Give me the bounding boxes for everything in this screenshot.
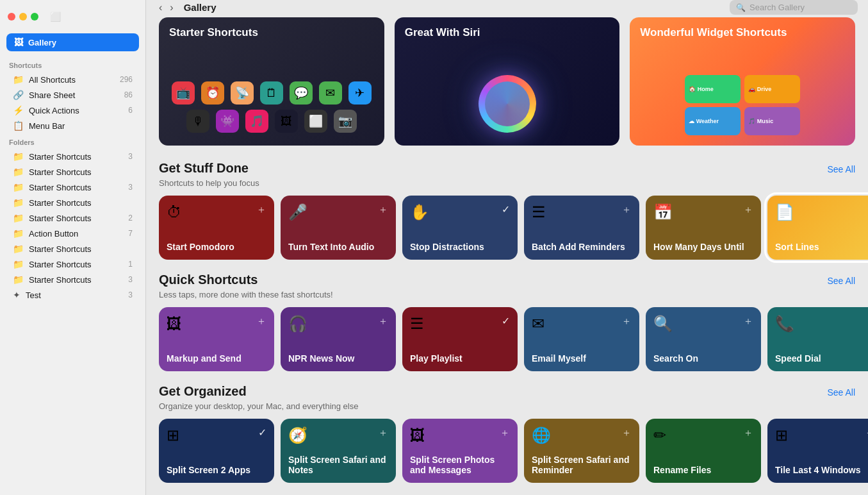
card-label: Rename Files <box>653 465 753 475</box>
maximize-button[interactable] <box>31 13 38 21</box>
minimize-button[interactable] <box>19 13 27 21</box>
gallery-button[interactable]: 🖼 Gallery <box>6 33 139 51</box>
pomodoro-icon: ⏱ <box>167 203 182 221</box>
hero-starter-title: Starter Shortcuts <box>169 26 258 39</box>
sidebar-folder-2[interactable]: 📁 Starter Shortcuts 3 <box>4 180 142 195</box>
sidebar-folder-8[interactable]: 📁 Starter Shortcuts 3 <box>4 272 142 287</box>
card-search-on[interactable]: 🔍 ＋ Search On <box>646 307 761 371</box>
card-label: Tile Last 4 Windows <box>775 465 868 475</box>
share-sheet-count: 86 <box>124 90 133 99</box>
safari-icon: 🧭 <box>288 426 307 444</box>
siri-inner <box>485 81 530 126</box>
card-top: ☰ ✓ <box>410 315 510 333</box>
app-icon: 📷 <box>334 110 357 133</box>
sidebar-folder-7[interactable]: 📁 Starter Shortcuts 1 <box>4 256 142 272</box>
sidebar-folder-action-button[interactable]: 📁 Action Button 7 <box>4 226 142 241</box>
see-all-get-stuff-done[interactable]: See All <box>827 164 855 174</box>
sidebar-folder-4[interactable]: 📁 Starter Shortcuts 2 <box>4 210 142 226</box>
sidebar-item-menu-bar[interactable]: 📋 Menu Bar <box>4 118 142 133</box>
gallery-label: Gallery <box>28 38 56 47</box>
card-speed-dial[interactable]: 📞 ✓ Speed Dial <box>767 307 868 371</box>
folder-count: 3 <box>128 152 133 161</box>
hero-siri-title: Great With Siri <box>405 26 480 39</box>
card-label: Batch Add Reminders <box>532 242 632 252</box>
get-organized-cards: ⊞ ✓ Split Screen 2 Apps 🧭 ＋ Split Screen… <box>159 419 855 483</box>
card-stop-distractions[interactable]: ✋ ✓ Stop Distractions <box>402 196 518 260</box>
sidebar-item-all-shortcuts[interactable]: 📁 All Shortcuts 296 <box>4 72 142 87</box>
quick-shortcuts-cards: 🖼 ＋ Markup and Send 🎧 ＋ NPR News Now ☰ <box>159 307 855 371</box>
hero-section: Starter Shortcuts 📺 ⏰ 📡 🗒 💬 ✉ ✈ 🎙 👾 <box>159 15 855 146</box>
section-header-get-organized: Get Organized See All <box>159 384 855 399</box>
main-content: ‹ › Gallery 🔍 Search Gallery Starter Sho… <box>146 0 868 495</box>
folder-label: Starter Shortcuts <box>29 275 92 285</box>
card-split-screen-2[interactable]: ⊞ ✓ Split Screen 2 Apps <box>159 419 274 483</box>
sidebar-item-share-sheet[interactable]: 🔗 Share Sheet 86 <box>4 87 142 103</box>
navigation-arrows: ‹ › <box>156 1 176 15</box>
add-icon: ＋ <box>378 315 388 328</box>
calendar-icon: 📅 <box>653 203 673 221</box>
section-header-quick-shortcuts: Quick Shortcuts See All <box>159 273 855 287</box>
card-split-safari-notes[interactable]: 🧭 ＋ Split Screen Safari and Notes <box>281 419 396 483</box>
card-top: 🌐 ＋ <box>532 426 632 444</box>
app-icon: 🎙 <box>186 110 209 133</box>
sidebar-folder-test[interactable]: ✦ Test 3 <box>4 287 142 303</box>
page-title: Gallery <box>184 2 730 13</box>
sidebar-folder-6[interactable]: 📁 Starter Shortcuts <box>4 241 142 256</box>
see-all-get-organized[interactable]: See All <box>827 387 855 398</box>
app-icon: 🗒 <box>260 81 283 105</box>
back-button[interactable]: ‹ <box>156 1 165 15</box>
search-placeholder: Search Gallery <box>749 3 805 12</box>
photos-icon: 🖼 <box>410 426 425 444</box>
folder-icon: 📁 <box>13 274 24 285</box>
quick-actions-icon: ⚡ <box>13 105 24 115</box>
card-email-myself[interactable]: ✉ ＋ Email Myself <box>524 307 639 371</box>
card-sort-lines[interactable]: 📄 ✓ Sort Lines <box>767 196 868 260</box>
folder-count: 1 <box>128 260 133 269</box>
card-split-safari-reminder[interactable]: 🌐 ＋ Split Screen Safari and Reminder <box>524 419 639 483</box>
get-stuff-done-cards: ⏱ ＋ Start Pomodoro 🎤 ＋ Turn Text Into Au… <box>159 196 855 260</box>
see-all-quick-shortcuts[interactable]: See All <box>827 276 855 286</box>
section-get-organized: Get Organized See All Organize your desk… <box>159 384 855 483</box>
folder-count: 3 <box>128 183 133 192</box>
forward-button[interactable]: › <box>167 1 176 15</box>
card-text-to-audio[interactable]: 🎤 ＋ Turn Text Into Audio <box>281 196 396 260</box>
card-tile-last-4[interactable]: ⊞ ＋ Tile Last 4 Windows <box>767 419 868 483</box>
card-how-many-days[interactable]: 📅 ＋ How Many Days Until <box>646 196 761 260</box>
card-top: ✉ ＋ <box>532 315 632 333</box>
app-icon: 🖼 <box>275 110 298 133</box>
app-icon: ⏰ <box>201 81 224 105</box>
sidebar-folder-0[interactable]: 📁 Starter Shortcuts 3 <box>4 149 142 164</box>
content-area: Starter Shortcuts 📺 ⏰ 📡 🗒 💬 ✉ ✈ 🎙 👾 <box>146 15 868 495</box>
split-icon: ⊞ <box>167 426 179 444</box>
search-box[interactable]: 🔍 Search Gallery <box>730 0 858 15</box>
tile-icon: ⊞ <box>775 426 788 444</box>
globe-icon: 🌐 <box>532 426 551 444</box>
close-button[interactable] <box>8 13 15 21</box>
card-markup-and-send[interactable]: 🖼 ＋ Markup and Send <box>159 307 274 371</box>
card-npr-news[interactable]: 🎧 ＋ NPR News Now <box>281 307 396 371</box>
search-icon: 🔍 <box>653 315 673 333</box>
hero-card-starter[interactable]: Starter Shortcuts 📺 ⏰ 📡 🗒 💬 ✉ ✈ 🎙 👾 <box>159 17 384 146</box>
app-icon: 💬 <box>290 81 313 105</box>
add-icon: ＋ <box>621 203 632 217</box>
card-play-playlist[interactable]: ☰ ✓ Play Playlist <box>402 307 518 371</box>
card-rename-files[interactable]: ✏ ＋ Rename Files <box>646 419 761 483</box>
sidebar-toggle-icon[interactable]: ⬜ <box>50 12 61 22</box>
hero-card-siri[interactable]: Great With Siri <box>395 17 620 146</box>
hero-card-widget[interactable]: Wonderful Widget Shortcuts 🏠 Home 🚗 Driv… <box>630 17 855 146</box>
gallery-icon: 🖼 <box>14 37 23 47</box>
menu-bar-icon: 📋 <box>13 121 24 131</box>
starter-icons-grid: 📺 ⏰ 📡 🗒 💬 ✉ ✈ 🎙 👾 🎵 🖼 ⬜ 📷 <box>159 81 384 133</box>
card-start-pomodoro[interactable]: ⏱ ＋ Start Pomodoro <box>159 196 274 260</box>
card-label: Play Playlist <box>410 353 510 364</box>
sidebar-item-quick-actions[interactable]: ⚡ Quick Actions 6 <box>4 103 142 118</box>
sidebar-item-label: Menu Bar <box>29 121 65 131</box>
shortcuts-section-label: Shortcuts <box>0 56 145 72</box>
quick-actions-count: 6 <box>128 106 133 115</box>
add-icon: ＋ <box>378 203 388 217</box>
sidebar-folder-3[interactable]: 📁 Starter Shortcuts <box>4 195 142 210</box>
card-split-photos-messages[interactable]: 🖼 ＋ Split Screen Photos and Messages <box>402 419 518 483</box>
sidebar-folder-1[interactable]: 📁 Starter Shortcuts <box>4 164 142 180</box>
card-batch-add-reminders[interactable]: ☰ ＋ Batch Add Reminders <box>524 196 639 260</box>
card-label: Turn Text Into Audio <box>288 242 388 252</box>
